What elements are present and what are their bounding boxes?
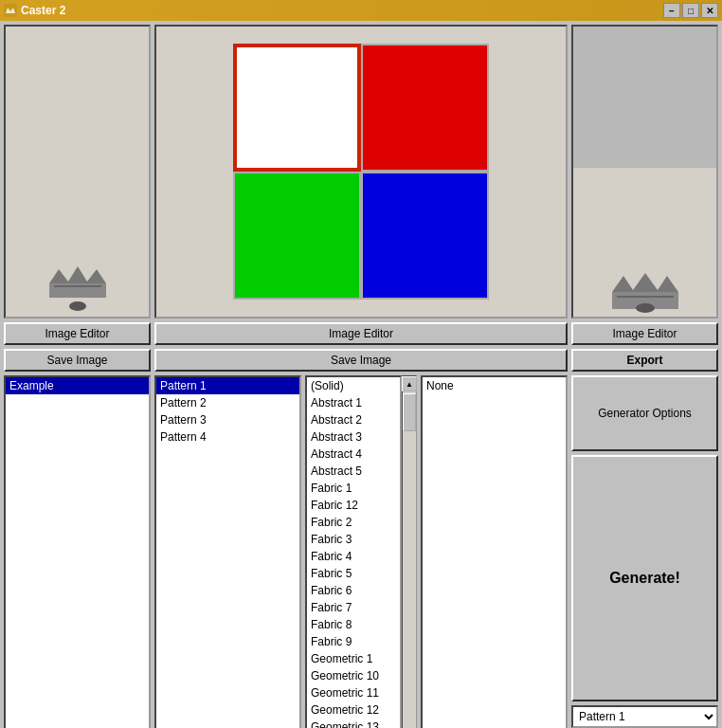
oval-dot-left <box>69 301 86 311</box>
right-controls-panel: Generator Options Generate! Pattern 1 Pa… <box>571 375 718 728</box>
texture-fabric3[interactable]: Fabric 3 <box>307 531 400 548</box>
none-listbox[interactable]: None <box>421 375 568 728</box>
crown-icon-left <box>49 264 106 298</box>
svg-rect-4 <box>54 285 101 287</box>
texture-abstract1[interactable]: Abstract 1 <box>307 394 400 411</box>
pattern-list-item-1[interactable]: Pattern 2 <box>156 394 299 411</box>
texture-geo11[interactable]: Geometric 11 <box>307 684 400 701</box>
title-bar-left: Caster 2 <box>4 4 65 17</box>
color-grid <box>233 44 489 300</box>
texture-geo12[interactable]: Geometric 12 <box>307 701 400 719</box>
image-editor-left-button[interactable]: Image Editor <box>4 322 151 345</box>
texture-abstract3[interactable]: Abstract 3 <box>307 428 400 446</box>
texture-fabric4[interactable]: Fabric 4 <box>307 548 400 565</box>
generate-button[interactable]: Generate! <box>571 455 718 701</box>
preview-panel-left <box>4 25 151 318</box>
window-controls: − □ ✕ <box>663 3 718 18</box>
app-icon <box>4 4 17 17</box>
minimize-button[interactable]: − <box>663 3 680 18</box>
generator-options-button[interactable]: Generator Options <box>571 375 718 451</box>
none-list-item[interactable]: None <box>423 377 566 394</box>
texture-abstract4[interactable]: Abstract 4 <box>307 446 400 463</box>
color-cell-white <box>233 44 361 172</box>
example-list-panel: Example <box>4 375 151 728</box>
pattern-listbox[interactable]: Pattern 1 Pattern 2 Pattern 3 Pattern 4 <box>154 375 301 728</box>
texture-fabric1[interactable]: Fabric 1 <box>307 480 400 497</box>
save-image-row: Save Image Save Image Export <box>4 349 718 372</box>
texture-fabric7[interactable]: Fabric 7 <box>307 599 400 616</box>
texture-fabric8[interactable]: Fabric 8 <box>307 616 400 633</box>
texture-fabric12[interactable]: Fabric 12 <box>307 497 400 514</box>
texture-geo1[interactable]: Geometric 1 <box>307 650 400 667</box>
texture-fabric2[interactable]: Fabric 2 <box>307 514 400 531</box>
pattern-list-panel: Pattern 1 Pattern 2 Pattern 3 Pattern 4 <box>154 375 301 728</box>
export-button[interactable]: Export <box>571 349 718 372</box>
example-list-item[interactable]: Example <box>6 377 149 394</box>
right-preview-bottom <box>573 168 716 317</box>
preview-panel-center <box>154 25 568 318</box>
pattern-dropdown[interactable]: Pattern 1 Pattern 2 Pattern 3 Pattern 4 <box>571 705 718 728</box>
svg-rect-0 <box>4 4 17 17</box>
maximize-button[interactable]: □ <box>682 3 699 18</box>
pattern-list-item-2[interactable]: Pattern 3 <box>156 411 299 428</box>
example-listbox[interactable]: Example <box>4 375 151 728</box>
texture-listbox[interactable]: (Solid) Abstract 1 Abstract 2 Abstract 3… <box>305 375 402 728</box>
middle-section: Example Pattern 1 Pattern 2 Pattern 3 Pa… <box>4 375 718 728</box>
none-list-panel: None <box>421 375 568 728</box>
svg-marker-6 <box>612 273 678 292</box>
pattern-select-row: Pattern 1 Pattern 2 Pattern 3 Pattern 4 <box>571 705 718 728</box>
window-title: Caster 2 <box>21 4 65 17</box>
texture-scrollbar[interactable]: ▲ ▼ <box>402 375 417 728</box>
color-cell-blue <box>361 172 489 300</box>
texture-geo10[interactable]: Geometric 10 <box>307 667 400 684</box>
pattern-list-item-0[interactable]: Pattern 1 <box>156 377 299 394</box>
image-editor-right-button[interactable]: Image Editor <box>571 322 718 345</box>
texture-fabric5[interactable]: Fabric 5 <box>307 565 400 582</box>
texture-fabric9[interactable]: Fabric 9 <box>307 633 400 650</box>
texture-list-panel: (Solid) Abstract 1 Abstract 2 Abstract 3… <box>305 375 417 728</box>
svg-marker-3 <box>49 266 106 283</box>
main-content: Image Editor Image Editor Image Editor S… <box>0 21 722 728</box>
save-image-left-button[interactable]: Save Image <box>4 349 151 372</box>
image-editor-center-button[interactable]: Image Editor <box>154 322 568 345</box>
preview-area <box>4 25 718 318</box>
texture-fabric6[interactable]: Fabric 6 <box>307 582 400 599</box>
right-preview-gray-top <box>573 27 716 168</box>
texture-solid[interactable]: (Solid) <box>307 377 400 394</box>
pattern-list-item-3[interactable]: Pattern 4 <box>156 428 299 446</box>
texture-abstract5[interactable]: Abstract 5 <box>307 463 400 480</box>
texture-abstract2[interactable]: Abstract 2 <box>307 411 400 428</box>
title-bar: Caster 2 − □ ✕ <box>0 0 722 21</box>
preview-panel-right <box>571 25 718 318</box>
color-cell-red <box>361 44 489 172</box>
texture-geo13[interactable]: Geometric 13 <box>307 719 400 728</box>
image-editor-row: Image Editor Image Editor Image Editor <box>4 322 718 345</box>
scroll-thumb[interactable] <box>403 393 416 431</box>
save-image-center-button[interactable]: Save Image <box>154 349 568 372</box>
close-button[interactable]: ✕ <box>701 3 718 18</box>
scroll-up-button[interactable]: ▲ <box>402 376 417 391</box>
color-cell-green <box>233 172 361 300</box>
oval-dot-right <box>636 303 655 313</box>
svg-rect-7 <box>617 296 674 298</box>
